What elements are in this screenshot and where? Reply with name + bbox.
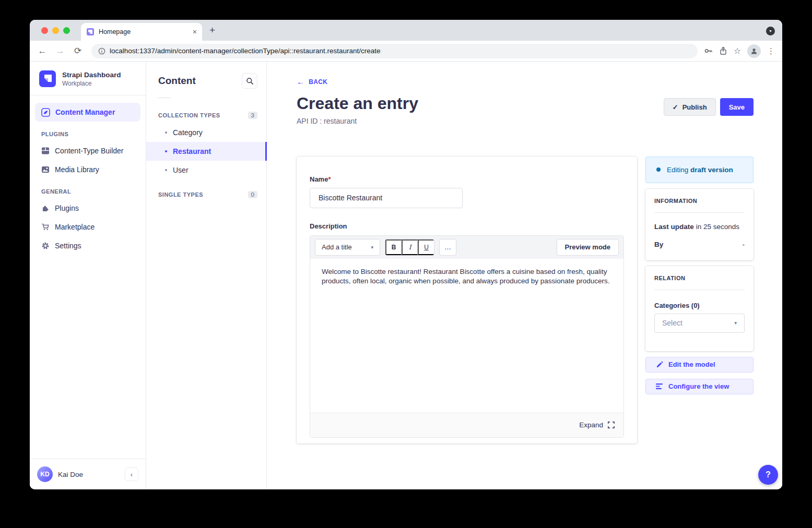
browser-tab[interactable]: Homepage ×: [81, 23, 202, 41]
content-subnav: Content COLLECTION TYPES 3 Category Rest…: [146, 62, 267, 489]
description-textarea[interactable]: Welcome to Biscotte restaurant! Restaura…: [310, 259, 623, 413]
card-divider: [654, 290, 745, 290]
collection-types-header: COLLECTION TYPES: [158, 112, 220, 118]
add-title-dropdown[interactable]: Add a title ▾: [315, 239, 380, 256]
strapi-favicon-icon: [86, 28, 95, 36]
status-dot-icon: [656, 167, 661, 172]
main-sidebar: Strapi Dashboard Workplace Content Manag…: [30, 62, 146, 489]
main-content: ← BACK Create an entry API ID : restaura…: [267, 62, 782, 489]
site-info-icon[interactable]: [98, 47, 105, 55]
collection-type-user[interactable]: User: [146, 161, 266, 179]
maximize-window-button[interactable]: [63, 27, 70, 34]
name-input[interactable]: [310, 188, 463, 208]
collection-types-count: 3: [248, 112, 257, 119]
card-divider: [654, 212, 745, 213]
single-types-count: 0: [248, 191, 257, 198]
save-button[interactable]: Save: [720, 98, 754, 116]
api-id-subtitle: API ID : restaurant: [297, 117, 418, 125]
tab-strip: Homepage × + ▼: [30, 20, 782, 41]
bookmark-star-icon[interactable]: ☆: [734, 46, 741, 56]
sidebar-item-label: Content-Type Builder: [55, 147, 124, 155]
collapse-sidebar-button[interactable]: ‹: [125, 467, 138, 481]
minimize-window-button[interactable]: [52, 27, 59, 34]
url-text: localhost:1337/admin/content-manager/col…: [110, 47, 381, 55]
marketplace-cart-icon: [41, 223, 50, 231]
app-name: Strapi Dashboard: [62, 71, 121, 79]
close-tab-icon[interactable]: ×: [193, 28, 197, 36]
preview-mode-button[interactable]: Preview mode: [557, 239, 619, 256]
sidebar-item-label: Content Manager: [55, 108, 115, 116]
new-tab-button[interactable]: +: [209, 26, 215, 35]
categories-label: Categories (0): [654, 302, 745, 309]
page-title: Create an entry: [297, 94, 418, 113]
user-profile[interactable]: KD Kai Doe ‹: [30, 459, 146, 489]
sidebar-item-label: Settings: [55, 242, 81, 250]
format-button-group: B I U: [385, 239, 434, 256]
configure-view-button[interactable]: Configure the view: [645, 379, 754, 394]
italic-button[interactable]: I: [402, 239, 418, 255]
search-button[interactable]: [242, 73, 257, 89]
sidebar-item-content-manager[interactable]: Content Manager: [35, 103, 140, 122]
expand-icon[interactable]: [608, 422, 615, 428]
publish-button[interactable]: ✓ Publish: [664, 98, 716, 116]
sidebar-item-plugins[interactable]: Plugins: [35, 199, 140, 218]
strapi-app: Strapi Dashboard Workplace Content Manag…: [30, 62, 782, 489]
bullet-icon: [165, 169, 167, 171]
back-icon[interactable]: ←: [35, 44, 50, 58]
avatar: KD: [37, 466, 53, 482]
password-key-icon[interactable]: [704, 46, 713, 55]
reload-icon[interactable]: ⟳: [70, 44, 85, 58]
by-row: By -: [654, 241, 745, 248]
information-card: INFORMATION Last updatein 25 seconds By …: [645, 189, 754, 260]
entry-form-card: Name* Description Add a title ▾: [297, 157, 637, 443]
rich-text-editor: Add a title ▾ B I U … Preview mode: [310, 235, 624, 438]
sidebar-item-settings[interactable]: Settings: [35, 236, 140, 255]
settings-gear-icon: [41, 242, 50, 250]
collection-type-restaurant[interactable]: Restaurant: [146, 142, 266, 161]
underline-button[interactable]: U: [418, 239, 434, 255]
back-arrow-icon: ←: [297, 77, 304, 86]
editor-toolbar: Add a title ▾ B I U … Preview mode: [310, 236, 623, 259]
tab-title: Homepage: [99, 28, 193, 35]
browser-window: Homepage × + ▼ ← → ⟳ localhost:1337/admi…: [30, 20, 782, 489]
address-bar[interactable]: localhost:1337/admin/content-manager/col…: [91, 44, 698, 58]
browser-status-chip-icon[interactable]: ▼: [766, 27, 775, 35]
sidebar-section-general: GENERAL: [35, 179, 140, 199]
window-controls: [41, 27, 70, 34]
draft-status-badge: Editing draft version: [645, 157, 754, 183]
collection-type-category[interactable]: Category: [146, 123, 266, 142]
forward-icon[interactable]: →: [53, 44, 67, 58]
chevron-down-icon: ▾: [371, 245, 373, 250]
description-field-label: Description: [310, 222, 347, 230]
relation-card: RELATION Categories (0) Select ▾: [645, 266, 754, 351]
editor-footer: Expand: [310, 413, 623, 437]
edit-model-button[interactable]: Edit the model: [645, 357, 754, 373]
user-name: Kai Doe: [58, 471, 120, 478]
sidebar-section-plugins: PLUGINS: [35, 122, 140, 141]
profile-avatar-icon[interactable]: [747, 44, 761, 58]
description-text: Welcome to Biscotte restaurant! Restaura…: [322, 267, 610, 286]
more-options-button[interactable]: …: [439, 239, 456, 256]
search-icon: [246, 77, 254, 85]
help-button[interactable]: ?: [758, 465, 778, 485]
pencil-icon: [656, 361, 663, 368]
sidebar-item-media-library[interactable]: Media Library: [35, 160, 140, 179]
back-link[interactable]: ← BACK: [297, 77, 327, 86]
sidebar-item-content-type-builder[interactable]: Content-Type Builder: [35, 141, 140, 160]
content-type-builder-icon: [41, 147, 50, 155]
share-icon[interactable]: [719, 46, 727, 55]
panel-divider: [158, 98, 170, 98]
workspace-switcher[interactable]: Strapi Dashboard Workplace: [30, 62, 146, 95]
browser-toolbar: ← → ⟳ localhost:1337/admin/content-manag…: [30, 41, 782, 62]
close-window-button[interactable]: [41, 27, 48, 34]
sidebar-item-marketplace[interactable]: Marketplace: [35, 218, 140, 236]
collection-type-label: Category: [173, 128, 203, 137]
collection-type-label: User: [173, 166, 189, 174]
content-manager-feather-icon: [41, 108, 50, 117]
strapi-logo-icon: [39, 70, 56, 87]
bold-button[interactable]: B: [385, 239, 402, 255]
entry-side-panel: Editing draft version INFORMATION Last u…: [645, 157, 754, 394]
categories-select[interactable]: Select ▾: [654, 314, 745, 333]
bullet-icon: [165, 131, 167, 134]
browser-menu-icon[interactable]: ⋮: [767, 46, 775, 56]
